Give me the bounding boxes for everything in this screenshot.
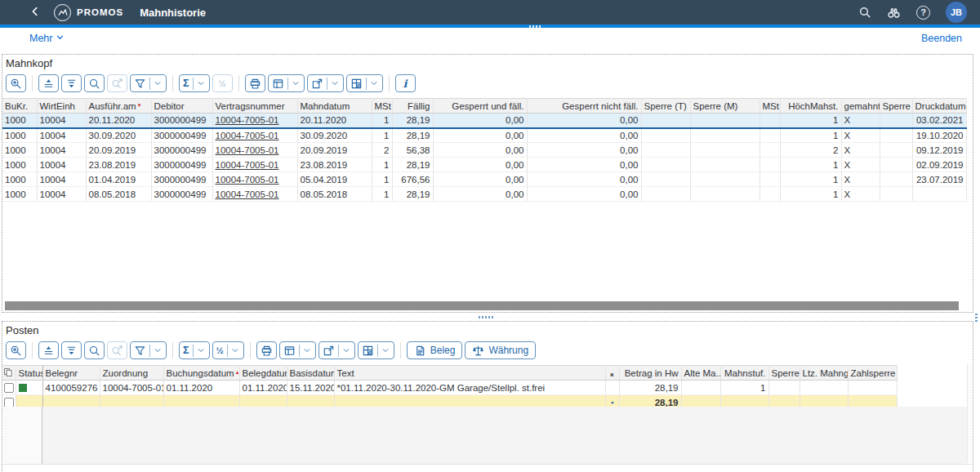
cell-gesperrt-und-f-ll[interactable]: 0,00 bbox=[433, 128, 527, 143]
cell-gesperrt-und-f-ll[interactable]: 0,00 bbox=[433, 172, 527, 187]
vertragsnummer-link[interactable]: 10004-7005-01 bbox=[216, 131, 279, 140]
cell-text[interactable]: *01.11.2020-30.11.2020-GM Garage/Stellpl… bbox=[334, 381, 605, 395]
cell-wirteinh[interactable]: 10004 bbox=[37, 114, 86, 128]
column-header-betrag-in-hw[interactable]: Betrag in Hw bbox=[619, 366, 681, 381]
column-header-sperre[interactable]: Sperre bbox=[880, 99, 912, 114]
cell-mst[interactable]: 1 bbox=[372, 158, 392, 172]
cell-debitor[interactable]: 3000000499 bbox=[151, 187, 212, 202]
cell-mst[interactable]: 1 bbox=[372, 114, 392, 128]
cell-sperre[interactable] bbox=[880, 114, 912, 128]
sort-descending-button[interactable] bbox=[61, 74, 82, 92]
waehrung-button[interactable]: Währung bbox=[465, 341, 536, 359]
cell-sperre-m[interactable] bbox=[690, 143, 760, 158]
table-row[interactable]: 10001000420.09.2019300000049910004-7005-… bbox=[2, 143, 966, 158]
export-dropdown-chevron-icon[interactable] bbox=[338, 345, 351, 357]
cell-sperre[interactable] bbox=[880, 128, 912, 143]
avatar[interactable]: JB bbox=[946, 2, 967, 23]
cell-sperre[interactable] bbox=[880, 187, 912, 202]
cell-h-chmahst[interactable]: 1 bbox=[780, 128, 841, 143]
vertragsnummer-link[interactable]: 10004-7005-01 bbox=[216, 115, 279, 125]
cell-debitor[interactable]: 3000000499 bbox=[151, 158, 212, 172]
column-header-sperre-m[interactable]: Sperre (M) bbox=[690, 99, 760, 114]
cell-vertragsnummer[interactable]: 10004-7005-01 bbox=[212, 187, 297, 202]
table-row-selected[interactable]: 10001000420.11.2020300000049910004-7005-… bbox=[2, 114, 966, 128]
cell-buchungsdatum[interactable]: 01.11.2020 bbox=[163, 381, 239, 395]
binoculars-icon[interactable] bbox=[887, 6, 901, 20]
cell-ausf-hr-am[interactable]: 20.11.2020 bbox=[86, 114, 151, 128]
help-icon[interactable]: ? bbox=[916, 6, 930, 20]
sum-button[interactable]: Σ bbox=[179, 341, 210, 359]
column-header-alte-ma[interactable]: Alte Ma... bbox=[681, 366, 720, 381]
cell-gemahnt[interactable]: X bbox=[841, 187, 880, 202]
sum-dropdown-chevron-icon[interactable] bbox=[193, 345, 206, 357]
cell-sperre-m[interactable] bbox=[690, 128, 760, 143]
sum-dropdown-chevron-icon[interactable] bbox=[193, 78, 206, 90]
cell-mst[interactable]: 1 bbox=[372, 187, 392, 202]
select-all-icon[interactable] bbox=[3, 369, 13, 379]
cell-gesperrt-und-f-ll[interactable]: 0,00 bbox=[433, 187, 527, 202]
cell-gesperrt-und-f-ll[interactable]: 0,00 bbox=[433, 114, 527, 128]
cell-mahndatum[interactable]: 20.11.2020 bbox=[297, 114, 372, 128]
cell-debitor[interactable]: 3000000499 bbox=[151, 143, 212, 158]
views-dropdown-chevron-icon[interactable] bbox=[299, 345, 312, 357]
cell-gemahnt[interactable]: X bbox=[841, 128, 880, 143]
cell-mst[interactable] bbox=[760, 158, 780, 172]
cell-sperre-t[interactable] bbox=[641, 172, 690, 187]
cell-wirteinh[interactable]: 10004 bbox=[37, 187, 86, 202]
cell-betrag-in-hw[interactable]: 28,19 bbox=[619, 381, 681, 395]
views-dropdown-chevron-icon[interactable] bbox=[287, 78, 301, 90]
filter-dropdown-chevron-icon[interactable] bbox=[149, 78, 163, 90]
subtotal-button[interactable]: ½ bbox=[212, 341, 244, 359]
column-header-basisdatum[interactable]: Basisdatum bbox=[287, 366, 334, 381]
cell-gesperrt-nicht-f-ll[interactable]: 0,00 bbox=[527, 143, 641, 158]
cell-status[interactable] bbox=[16, 381, 42, 395]
column-header-ltz-mahng[interactable]: Ltz. Mahng. bbox=[800, 366, 848, 381]
cell-mahndatum[interactable]: 23.08.2019 bbox=[297, 158, 372, 172]
cell-mst[interactable] bbox=[760, 172, 780, 187]
cell-ltz-mahng[interactable] bbox=[800, 381, 848, 395]
vertragsnummer-link[interactable]: 10004-7005-01 bbox=[216, 160, 279, 170]
cell-druckdatum[interactable] bbox=[912, 187, 966, 202]
cell-bukr[interactable]: 1000 bbox=[2, 172, 37, 187]
vertragsnummer-link[interactable]: 10004-7005-01 bbox=[216, 189, 279, 199]
layout-dropdown-chevron-icon[interactable] bbox=[366, 78, 379, 90]
print-button[interactable] bbox=[245, 74, 265, 92]
cell-sperre-m[interactable] bbox=[690, 114, 760, 128]
column-header-gemahnt[interactable]: gemahnt bbox=[841, 99, 880, 114]
cell-mahndatum[interactable]: 30.09.2020 bbox=[297, 128, 372, 143]
column-header-gesperrt-und-f-ll[interactable]: Gesperrt und fäll. bbox=[433, 99, 527, 114]
cell-bukr[interactable]: 1000 bbox=[2, 187, 37, 202]
column-header-belegdatum[interactable]: Belegdatum bbox=[239, 366, 287, 381]
mehr-menu-button[interactable]: Mehr bbox=[29, 33, 65, 44]
cell-vertragsnummer[interactable]: 10004-7005-01 bbox=[212, 114, 297, 128]
cell-gemahnt[interactable]: X bbox=[841, 172, 880, 187]
cell-mst[interactable]: 1 bbox=[372, 128, 392, 143]
cell-sperre[interactable] bbox=[880, 172, 912, 187]
cell-selection[interactable] bbox=[2, 381, 16, 395]
cell-sperre-m[interactable] bbox=[690, 158, 760, 172]
cell-druckdatum[interactable]: 19.10.2020 bbox=[912, 128, 966, 143]
cell-bukr[interactable]: 1000 bbox=[2, 158, 37, 172]
column-header-belegnr[interactable]: Belegnr bbox=[42, 366, 100, 381]
column-header-ausf-hr-am[interactable]: Ausführ.am▾ bbox=[86, 99, 151, 114]
back-button[interactable] bbox=[29, 6, 41, 20]
cell-gesperrt-nicht-f-ll[interactable]: 0,00 bbox=[527, 187, 641, 202]
beleg-button[interactable]: Beleg bbox=[407, 341, 463, 359]
sort-descending-button[interactable] bbox=[61, 341, 82, 359]
cell-sperre[interactable] bbox=[880, 143, 912, 158]
cell-druckdatum[interactable]: 02.09.2019 bbox=[912, 158, 966, 172]
cell-gemahnt[interactable]: X bbox=[841, 143, 880, 158]
cell-h-chmahst[interactable]: 1 bbox=[780, 158, 841, 172]
column-header-selection[interactable] bbox=[2, 366, 16, 381]
cell-sperre[interactable] bbox=[768, 381, 800, 395]
cell-bukr[interactable]: 1000 bbox=[2, 114, 37, 128]
posten-hscrollbar-track[interactable] bbox=[3, 464, 972, 472]
cell-bukr[interactable]: 1000 bbox=[2, 143, 37, 158]
column-header-druckdatum[interactable]: Druckdatum bbox=[912, 99, 966, 114]
views-button[interactable] bbox=[279, 341, 316, 359]
cell-debitor[interactable]: 3000000499 bbox=[151, 114, 212, 128]
column-header-vertragsnummer[interactable]: Vertragsnummer bbox=[212, 99, 297, 114]
column-header-sperre[interactable]: Sperre bbox=[768, 366, 800, 381]
cell-mst[interactable] bbox=[760, 187, 780, 202]
cell-col[interactable] bbox=[605, 381, 619, 395]
